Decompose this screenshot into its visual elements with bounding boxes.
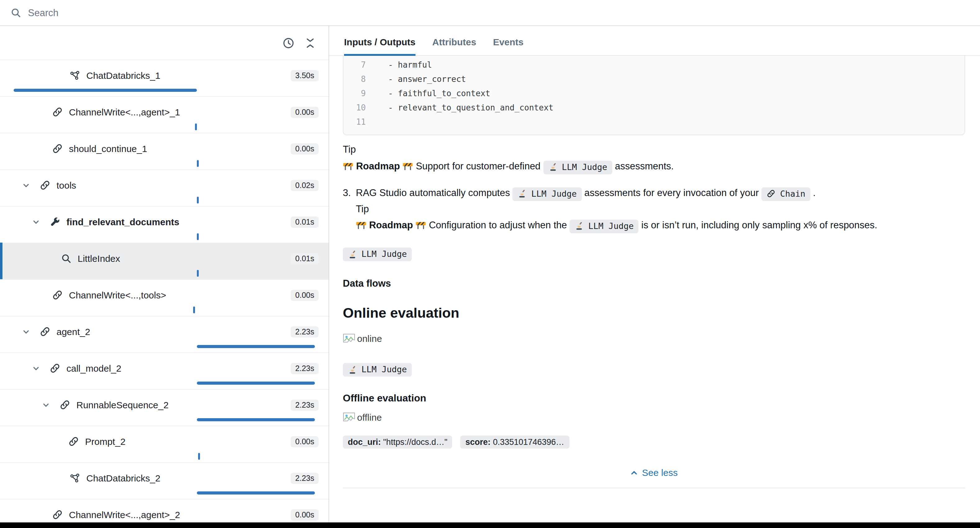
online-evaluation-heading: Online evaluation	[343, 305, 965, 321]
link-icon	[52, 290, 63, 300]
timeline-track	[14, 87, 317, 94]
tag-row: doc_uri: "https://docs.d…"score: 0.33510…	[343, 436, 965, 449]
timeline-track	[14, 380, 317, 387]
tree-row[interactable]: ChannelWrite<...,agent>_10.00s	[0, 96, 329, 133]
chevron-down-icon[interactable]	[32, 365, 50, 372]
link-icon	[40, 327, 50, 337]
see-less-button[interactable]: See less	[343, 467, 965, 478]
roadmap-text: Support for customer-defined	[416, 161, 541, 171]
code-line: 8- answer_correct	[344, 72, 964, 86]
span-duration: 2.23s	[291, 400, 318, 411]
span-duration: 0.02s	[291, 180, 318, 191]
chain-badge: Chain	[761, 187, 810, 201]
tree-row[interactable]: agent_22.23s	[0, 316, 329, 352]
search-input[interactable]	[28, 7, 969, 18]
line-number: 8	[344, 72, 366, 86]
span-name: should_continue_1	[69, 143, 147, 154]
judge-icon	[518, 189, 527, 198]
list-text: assessments for every invocation of your	[584, 187, 759, 198]
judge-icon	[348, 250, 357, 258]
history-icon[interactable]	[283, 37, 294, 49]
timeline-bar	[197, 492, 315, 495]
roadmap-label: Roadmap	[369, 220, 413, 230]
span-name: RunnableSequence_2	[76, 400, 169, 410]
chevron-down-icon[interactable]	[32, 218, 50, 225]
timeline-bar	[197, 270, 199, 277]
link-icon	[52, 143, 63, 154]
list-text: .	[813, 187, 816, 198]
roadmap-note: Roadmap Configuration to adjust when the…	[356, 217, 905, 233]
timeline-track	[14, 306, 317, 313]
timeline-bar	[197, 382, 315, 385]
list-text: RAG Studio automatically computes	[356, 187, 510, 198]
judge-icon	[348, 365, 357, 374]
timeline-track	[14, 343, 317, 350]
window-bottom-edge	[0, 522, 980, 528]
tab-attributes[interactable]: Attributes	[432, 36, 476, 55]
timeline-bar	[197, 160, 199, 167]
line-text: - faithful_to_context	[366, 86, 490, 100]
span-duration: 0.00s	[291, 107, 318, 118]
chain-link-icon	[766, 189, 776, 198]
span-name: agent_2	[57, 327, 90, 337]
trace-explorer: ChatDatabricks_13.50sChannelWrite<...,ag…	[0, 0, 980, 528]
retriever-icon	[61, 253, 72, 264]
llm-judge-label: LLM Judge	[531, 188, 577, 200]
timeline-track	[14, 416, 317, 423]
roadmap-text: Configuration to adjust when the	[429, 220, 567, 230]
model-icon	[70, 473, 80, 483]
span-name: ChannelWrite<...,tools>	[69, 290, 166, 300]
list-item-3: 3. RAG Studio automatically computes LLM…	[343, 185, 905, 233]
span-name: ChatDatabricks_1	[86, 70, 160, 81]
span-name: ChatDatabricks_2	[86, 473, 160, 483]
tree-row[interactable]: ChannelWrite<...,tools>0.00s	[0, 279, 329, 316]
llm-judge-label: LLM Judge	[588, 220, 633, 232]
timeline-track	[14, 197, 317, 203]
span-tree-panel: ChatDatabricks_13.50sChannelWrite<...,ag…	[0, 26, 329, 528]
tree-row[interactable]: find_relevant_documents0.01s	[0, 206, 329, 243]
line-text: - harmful	[366, 58, 432, 72]
llm-judge-badge: LLM Judge	[570, 219, 638, 233]
tree-row[interactable]: RunnableSequence_22.23s	[0, 389, 329, 426]
span-name: tools	[57, 180, 76, 190]
offline-evaluation-heading: Offline evaluation	[343, 393, 965, 404]
tree-row[interactable]: Prompt_20.00s	[0, 426, 329, 462]
tree-row[interactable]: should_continue_10.00s	[0, 133, 329, 170]
chevron-down-icon[interactable]	[22, 181, 40, 189]
roadmap-text: is or isn’t run, including only sampling…	[641, 220, 877, 230]
llm-judge-badge: LLM Judge	[343, 247, 412, 261]
tree-row[interactable]: call_model_22.23s	[0, 352, 329, 389]
timeline-track	[14, 233, 317, 240]
tab-events[interactable]: Events	[493, 36, 523, 55]
llm-judge-badge-row: LLM Judge	[343, 247, 965, 261]
broken-image-icon	[343, 333, 355, 344]
tag-score[interactable]: score: 0.335101746396…	[460, 436, 569, 449]
llm-judge-badge: LLM Judge	[543, 160, 612, 174]
chevron-down-icon[interactable]	[22, 328, 40, 335]
model-icon	[70, 70, 80, 81]
image-alt-text: offline	[357, 412, 382, 423]
tree-row[interactable]: LittleIndex0.01s	[0, 243, 329, 279]
see-less-label: See less	[642, 467, 678, 478]
tab-inputs-outputs[interactable]: Inputs / Outputs	[344, 36, 415, 55]
timeline-bar	[198, 453, 200, 460]
tree-row[interactable]: ChatDatabricks_22.23s	[0, 462, 329, 499]
list-number: 3.	[343, 185, 356, 233]
tree-row[interactable]: tools0.02s	[0, 170, 329, 206]
timeline-track	[14, 490, 317, 496]
broken-image-icon	[343, 412, 355, 423]
construction-icon	[343, 161, 353, 171]
line-number: 7	[344, 58, 366, 72]
span-duration: 2.23s	[291, 327, 318, 338]
collapse-all-icon[interactable]	[304, 37, 316, 49]
span-tree: ChatDatabricks_13.50sChannelWrite<...,ag…	[0, 60, 329, 528]
span-name: ChannelWrite<...,agent>_2	[69, 509, 180, 520]
chevron-down-icon[interactable]	[42, 401, 60, 409]
span-tree-toolbar	[0, 26, 329, 60]
tree-row[interactable]: ChatDatabricks_13.50s	[0, 60, 329, 96]
construction-icon	[403, 161, 413, 171]
code-block: 7- harmful8- answer_correct9- faithful_t…	[343, 56, 965, 135]
tag-doc-uri[interactable]: doc_uri: "https://docs.d…"	[343, 436, 452, 449]
span-duration: 2.23s	[291, 473, 318, 484]
llm-judge-badge-row: LLM Judge	[343, 363, 965, 377]
